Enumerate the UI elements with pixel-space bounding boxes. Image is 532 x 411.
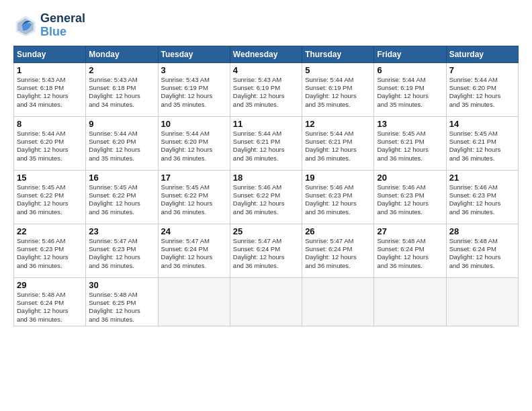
day-info: Sunrise: 5:44 AM Sunset: 6:21 PM Dayligh… xyxy=(233,130,299,163)
day-number: 4 xyxy=(233,65,299,75)
day-info: Sunrise: 5:43 AM Sunset: 6:19 PM Dayligh… xyxy=(233,76,299,109)
day-info: Sunrise: 5:48 AM Sunset: 6:24 PM Dayligh… xyxy=(377,237,443,270)
day-info: Sunrise: 5:44 AM Sunset: 6:21 PM Dayligh… xyxy=(305,130,371,163)
day-number: 10 xyxy=(161,119,227,129)
day-number: 2 xyxy=(89,65,154,75)
day-info: Sunrise: 5:46 AM Sunset: 6:22 PM Dayligh… xyxy=(233,183,299,216)
day-number: 16 xyxy=(89,173,154,183)
calendar-cell: 29Sunrise: 5:48 AM Sunset: 6:24 PM Dayli… xyxy=(14,277,86,326)
calendar-cell: 9Sunrise: 5:44 AM Sunset: 6:20 PM Daylig… xyxy=(86,116,158,170)
day-info: Sunrise: 5:45 AM Sunset: 6:22 PM Dayligh… xyxy=(17,183,83,216)
day-number: 3 xyxy=(161,65,227,75)
day-info: Sunrise: 5:43 AM Sunset: 6:18 PM Dayligh… xyxy=(89,76,154,109)
day-info: Sunrise: 5:47 AM Sunset: 6:24 PM Dayligh… xyxy=(305,237,371,270)
day-number: 11 xyxy=(233,119,299,129)
calendar-cell: 13Sunrise: 5:45 AM Sunset: 6:21 PM Dayli… xyxy=(374,116,446,170)
calendar-cell: 18Sunrise: 5:46 AM Sunset: 6:22 PM Dayli… xyxy=(230,170,302,224)
day-number: 25 xyxy=(233,226,299,236)
day-number: 8 xyxy=(17,119,83,129)
day-number: 26 xyxy=(305,226,371,236)
calendar-cell: 28Sunrise: 5:48 AM Sunset: 6:24 PM Dayli… xyxy=(446,224,518,277)
day-info: Sunrise: 5:47 AM Sunset: 6:24 PM Dayligh… xyxy=(161,237,227,270)
logo-line2: Blue xyxy=(40,25,66,38)
day-info: Sunrise: 5:45 AM Sunset: 6:21 PM Dayligh… xyxy=(377,130,443,163)
day-info: Sunrise: 5:45 AM Sunset: 6:21 PM Dayligh… xyxy=(449,130,515,163)
calendar-cell: 22Sunrise: 5:46 AM Sunset: 6:23 PM Dayli… xyxy=(14,224,86,277)
day-number: 12 xyxy=(305,119,371,129)
calendar-cell xyxy=(302,277,374,326)
calendar-cell: 12Sunrise: 5:44 AM Sunset: 6:21 PM Dayli… xyxy=(302,116,374,170)
calendar-cell: 19Sunrise: 5:46 AM Sunset: 6:23 PM Dayli… xyxy=(302,170,374,224)
logo-icon xyxy=(13,13,38,38)
day-number: 30 xyxy=(89,280,154,290)
calendar-cell: 7Sunrise: 5:44 AM Sunset: 6:20 PM Daylig… xyxy=(446,62,518,116)
day-info: Sunrise: 5:44 AM Sunset: 6:20 PM Dayligh… xyxy=(449,76,515,109)
day-info: Sunrise: 5:45 AM Sunset: 6:22 PM Dayligh… xyxy=(89,183,154,216)
calendar-cell: 17Sunrise: 5:45 AM Sunset: 6:22 PM Dayli… xyxy=(158,170,230,224)
day-info: Sunrise: 5:44 AM Sunset: 6:19 PM Dayligh… xyxy=(377,76,443,109)
calendar-row: 29Sunrise: 5:48 AM Sunset: 6:24 PM Dayli… xyxy=(14,277,519,326)
header: General Blue xyxy=(13,12,519,39)
header-wednesday: Wednesday xyxy=(230,46,302,62)
day-info: Sunrise: 5:44 AM Sunset: 6:20 PM Dayligh… xyxy=(17,130,83,163)
day-info: Sunrise: 5:43 AM Sunset: 6:19 PM Dayligh… xyxy=(161,76,227,109)
calendar-cell: 10Sunrise: 5:44 AM Sunset: 6:20 PM Dayli… xyxy=(158,116,230,170)
calendar-cell xyxy=(446,277,518,326)
calendar-cell: 6Sunrise: 5:44 AM Sunset: 6:19 PM Daylig… xyxy=(374,62,446,116)
day-info: Sunrise: 5:46 AM Sunset: 6:23 PM Dayligh… xyxy=(305,183,371,216)
day-info: Sunrise: 5:46 AM Sunset: 6:23 PM Dayligh… xyxy=(17,237,83,270)
calendar-row: 15Sunrise: 5:45 AM Sunset: 6:22 PM Dayli… xyxy=(14,170,519,224)
page: General Blue Sunday Monday Tuesday Wedne… xyxy=(0,0,532,411)
calendar-cell: 16Sunrise: 5:45 AM Sunset: 6:22 PM Dayli… xyxy=(86,170,158,224)
calendar-row: 8Sunrise: 5:44 AM Sunset: 6:20 PM Daylig… xyxy=(14,116,519,170)
calendar-cell: 21Sunrise: 5:46 AM Sunset: 6:23 PM Dayli… xyxy=(446,170,518,224)
day-info: Sunrise: 5:46 AM Sunset: 6:23 PM Dayligh… xyxy=(377,183,443,216)
calendar-cell: 4Sunrise: 5:43 AM Sunset: 6:19 PM Daylig… xyxy=(230,62,302,116)
day-info: Sunrise: 5:48 AM Sunset: 6:24 PM Dayligh… xyxy=(449,237,515,270)
day-info: Sunrise: 5:47 AM Sunset: 6:23 PM Dayligh… xyxy=(89,237,154,270)
calendar-row: 1Sunrise: 5:43 AM Sunset: 6:18 PM Daylig… xyxy=(14,62,519,116)
calendar-cell: 5Sunrise: 5:44 AM Sunset: 6:19 PM Daylig… xyxy=(302,62,374,116)
day-number: 28 xyxy=(449,226,515,236)
calendar-cell: 20Sunrise: 5:46 AM Sunset: 6:23 PM Dayli… xyxy=(374,170,446,224)
day-number: 29 xyxy=(17,280,83,290)
calendar-cell: 11Sunrise: 5:44 AM Sunset: 6:21 PM Dayli… xyxy=(230,116,302,170)
day-number: 19 xyxy=(305,173,371,183)
day-info: Sunrise: 5:45 AM Sunset: 6:22 PM Dayligh… xyxy=(161,183,227,216)
calendar-cell: 26Sunrise: 5:47 AM Sunset: 6:24 PM Dayli… xyxy=(302,224,374,277)
calendar-cell: 25Sunrise: 5:47 AM Sunset: 6:24 PM Dayli… xyxy=(230,224,302,277)
logo-text: General Blue xyxy=(40,12,85,39)
calendar: Sunday Monday Tuesday Wednesday Thursday… xyxy=(13,46,519,326)
day-number: 13 xyxy=(377,119,443,129)
logo-line1: General xyxy=(40,12,85,26)
day-info: Sunrise: 5:44 AM Sunset: 6:19 PM Dayligh… xyxy=(305,76,371,109)
logo: General Blue xyxy=(13,12,85,39)
calendar-cell: 27Sunrise: 5:48 AM Sunset: 6:24 PM Dayli… xyxy=(374,224,446,277)
day-info: Sunrise: 5:46 AM Sunset: 6:23 PM Dayligh… xyxy=(449,183,515,216)
day-number: 22 xyxy=(17,226,83,236)
day-number: 24 xyxy=(161,226,227,236)
header-tuesday: Tuesday xyxy=(158,46,230,62)
calendar-cell: 30Sunrise: 5:48 AM Sunset: 6:25 PM Dayli… xyxy=(86,277,158,326)
day-info: Sunrise: 5:43 AM Sunset: 6:18 PM Dayligh… xyxy=(17,76,83,109)
calendar-row: 22Sunrise: 5:46 AM Sunset: 6:23 PM Dayli… xyxy=(14,224,519,277)
calendar-cell: 3Sunrise: 5:43 AM Sunset: 6:19 PM Daylig… xyxy=(158,62,230,116)
day-number: 23 xyxy=(89,226,154,236)
calendar-cell: 14Sunrise: 5:45 AM Sunset: 6:21 PM Dayli… xyxy=(446,116,518,170)
header-friday: Friday xyxy=(374,46,446,62)
day-info: Sunrise: 5:48 AM Sunset: 6:24 PM Dayligh… xyxy=(17,291,83,324)
header-thursday: Thursday xyxy=(302,46,374,62)
calendar-cell: 2Sunrise: 5:43 AM Sunset: 6:18 PM Daylig… xyxy=(86,62,158,116)
day-number: 14 xyxy=(449,119,515,129)
calendar-cell: 15Sunrise: 5:45 AM Sunset: 6:22 PM Dayli… xyxy=(14,170,86,224)
day-number: 9 xyxy=(89,119,154,129)
header-monday: Monday xyxy=(86,46,158,62)
calendar-cell: 1Sunrise: 5:43 AM Sunset: 6:18 PM Daylig… xyxy=(14,62,86,116)
day-number: 15 xyxy=(17,173,83,183)
day-number: 21 xyxy=(449,173,515,183)
day-info: Sunrise: 5:48 AM Sunset: 6:25 PM Dayligh… xyxy=(89,291,154,324)
day-info: Sunrise: 5:44 AM Sunset: 6:20 PM Dayligh… xyxy=(89,130,154,163)
calendar-cell xyxy=(230,277,302,326)
day-number: 1 xyxy=(17,65,83,75)
day-number: 5 xyxy=(305,65,371,75)
